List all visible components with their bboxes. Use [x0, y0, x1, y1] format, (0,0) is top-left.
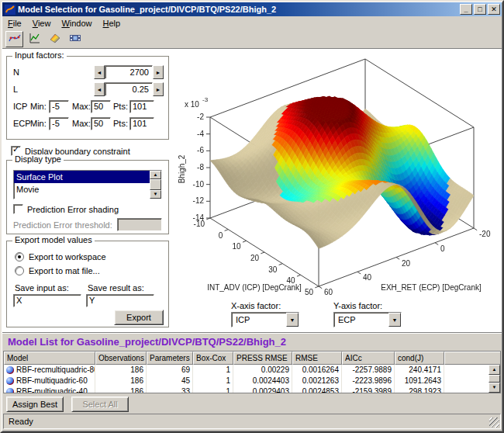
scroll-down-icon[interactable]: ▼	[150, 190, 161, 199]
cell-box_cox: 1	[193, 376, 233, 386]
line-plot-button[interactable]	[26, 31, 43, 47]
cell-observations: 186	[95, 365, 147, 376]
n-decrement-button[interactable]: ◄	[94, 65, 105, 79]
close-button[interactable]: ✕	[488, 4, 500, 15]
maximize-button[interactable]: □	[474, 4, 486, 15]
column-header-observations[interactable]: Observations	[95, 352, 147, 365]
cell-press_rmse: 0.0029403	[233, 386, 292, 393]
y-axis-factor-label: Y-axis factor:	[333, 301, 382, 310]
ecp-label: ECP	[13, 119, 31, 128]
pe-threshold-label: Prediction Error threshold:	[13, 220, 112, 230]
app-icon	[5, 5, 16, 15]
column-header-cond-j[interactable]: cond(J)	[395, 352, 444, 365]
display-type-group: Display type Surface Plot Movie ▲ ▼ Pred…	[6, 160, 169, 234]
column-header-rmse[interactable]: RMSE	[292, 352, 342, 365]
save-input-field[interactable]: X	[13, 294, 81, 307]
icp-label: ICP	[13, 102, 27, 111]
icp-pts-label: Pts:	[113, 102, 128, 111]
icp-min-field[interactable]: -5	[49, 100, 69, 113]
menubar: File View Window Help	[2, 16, 502, 30]
model-table-body: RBF-recmultiquadric-801866910.002290.001…	[4, 365, 488, 393]
scroll-up-icon[interactable]: ▲	[150, 171, 161, 179]
model-row[interactable]: RBF-multiquadric-601864510.00244030.0021…	[4, 376, 488, 386]
titlebar: Model Selection for Gasoline_project/DIV…	[2, 2, 502, 16]
model-row[interactable]: RBF-multiquadric-401863310.00294030.0024…	[4, 386, 488, 393]
y-axis-factor-value: ECP	[334, 313, 388, 327]
export-button[interactable]: Export	[114, 310, 164, 325]
list-item-surface-plot[interactable]: Surface Plot	[14, 171, 150, 183]
cell-cond_j: 1091.2643	[395, 376, 444, 386]
ecp-max-label: Max:	[72, 119, 91, 128]
x-axis-factor-value: ICP	[232, 313, 286, 327]
export-matfile-radio[interactable]	[15, 266, 24, 275]
export-matfile-label: Export to mat file...	[29, 266, 100, 275]
model-table: Model Observations Parameters Box-Cox PR…	[3, 351, 501, 393]
menu-help[interactable]: Help	[98, 18, 126, 29]
column-header-parameters[interactable]: Parameters	[147, 352, 193, 365]
scrollbar-thumb[interactable]	[488, 375, 500, 383]
line-plot-icon	[29, 32, 41, 47]
fit-curve-icon	[9, 32, 21, 47]
input-factors-legend: Input factors:	[12, 50, 67, 60]
surface-plot-canvas[interactable]	[175, 51, 501, 301]
menu-file[interactable]: File	[2, 18, 27, 29]
cell-parameters: 33	[147, 386, 193, 393]
cell-model: RBF-recmultiquadric-80	[4, 365, 95, 376]
icp-max-label: Max:	[72, 102, 91, 111]
n-value-field[interactable]: 2700	[105, 65, 153, 79]
scroll-up-icon[interactable]: ▲	[488, 365, 500, 375]
x-axis-factor-combo[interactable]: ICP ▼	[231, 312, 299, 327]
ecp-pts-field[interactable]: 101	[129, 117, 154, 130]
n-increment-button[interactable]: ►	[153, 65, 164, 79]
pe-threshold-field	[117, 218, 162, 231]
cell-parameters: 69	[147, 365, 193, 376]
cell-press_rmse: 0.0024403	[233, 376, 292, 386]
ecp-min-field[interactable]: -5	[49, 117, 69, 130]
l-increment-button[interactable]: ►	[153, 82, 164, 96]
icp-pts-field[interactable]: 101	[129, 100, 154, 113]
combo-arrow-icon[interactable]: ▼	[286, 313, 299, 327]
cell-rmse: 0.0021263	[292, 376, 342, 386]
model-table-scrollbar[interactable]: ▲ ▼	[488, 365, 500, 393]
model-icon	[6, 388, 14, 393]
list-item-movie[interactable]: Movie	[14, 183, 150, 196]
model-icon	[6, 377, 14, 385]
combo-arrow-icon[interactable]: ▼	[388, 313, 401, 327]
column-header-model[interactable]: Model	[4, 352, 95, 365]
save-result-field[interactable]: Y	[86, 294, 154, 307]
cell-rmse: 0.0024853	[292, 386, 342, 393]
fit-model-button[interactable]	[5, 31, 23, 47]
export-workspace-radio[interactable]	[15, 252, 24, 262]
export-legend: Export model values	[12, 235, 95, 244]
input-factors-group: Input factors: N ◄ 2700 ► L ◄ 0.25 ► ICP…	[6, 56, 169, 140]
window-title: Model Selection for Gasoline_project/DIV…	[18, 5, 460, 14]
status-text: Ready	[9, 417, 33, 426]
icp-max-field[interactable]: 50	[91, 100, 111, 113]
surface-plot-button[interactable]	[46, 31, 64, 47]
menu-window[interactable]: Window	[56, 18, 97, 29]
cell-filler	[444, 365, 488, 376]
column-header-box-cox[interactable]: Box-Cox	[193, 352, 233, 365]
l-decrement-button[interactable]: ◄	[94, 82, 105, 96]
scrollbar-thumb[interactable]	[150, 179, 161, 190]
model-row[interactable]: RBF-recmultiquadric-801866910.002290.001…	[4, 365, 488, 376]
l-value-field[interactable]: 0.25	[105, 82, 153, 96]
pe-shading-checkbox[interactable]	[13, 204, 23, 214]
model-list-heading: Model List for Gasoline_project/DIVCP/BT…	[8, 336, 286, 348]
select-all-button[interactable]: Select All	[71, 397, 129, 412]
status-bar: Ready	[3, 414, 501, 429]
assign-best-button[interactable]: Assign Best	[6, 397, 64, 412]
scroll-down-icon[interactable]: ▼	[488, 383, 500, 393]
cell-box_cox: 1	[193, 386, 233, 393]
ecp-max-field[interactable]: 50	[91, 117, 111, 130]
cell-cond_j: 298.1923	[395, 386, 444, 393]
column-header-aicc[interactable]: AICc	[342, 352, 395, 365]
column-header-press-rmse[interactable]: PRESS RMSE	[233, 352, 292, 365]
resize-grip[interactable]	[489, 417, 499, 428]
y-axis-factor-combo[interactable]: ECP ▼	[333, 312, 402, 327]
listbox-scrollbar[interactable]: ▲ ▼	[150, 171, 161, 199]
movie-button[interactable]	[66, 31, 84, 47]
save-result-label: Save result as:	[88, 283, 144, 293]
menu-view[interactable]: View	[27, 18, 57, 29]
minimize-button[interactable]: _	[460, 4, 472, 15]
